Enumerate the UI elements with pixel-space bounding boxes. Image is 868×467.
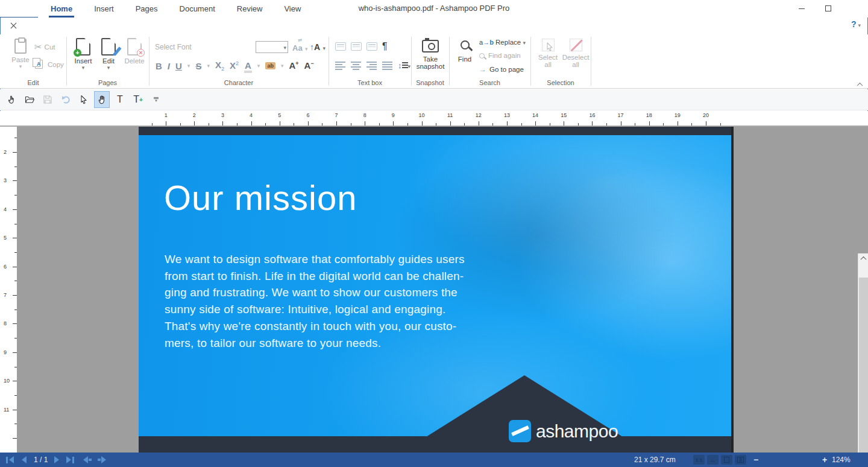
underline-button[interactable]: U xyxy=(175,61,182,71)
find-again-button[interactable]: Find again xyxy=(479,52,521,59)
zoom-out-button[interactable]: − xyxy=(753,453,758,467)
ruler-tick xyxy=(535,121,536,125)
chevron-down-icon[interactable]: ▾ xyxy=(207,63,210,69)
textbox-align-bottom-icon[interactable] xyxy=(366,42,377,51)
last-page-button[interactable] xyxy=(66,453,74,467)
textbox-align-middle-icon[interactable] xyxy=(351,42,362,51)
strikethrough-button[interactable]: S xyxy=(195,61,201,71)
horizontal-ruler: 1234567891011121314151617181920 xyxy=(0,111,868,127)
insert-page-button[interactable]: + Insert ▾ xyxy=(71,38,95,71)
chevron-down-icon[interactable]: ▾ xyxy=(257,63,260,69)
deselect-all-button[interactable]: Deselect all xyxy=(562,39,590,68)
collapse-ribbon-button[interactable] xyxy=(858,83,862,87)
hand-tool-button[interactable] xyxy=(94,91,110,108)
replace-button[interactable]: a→b Replace ▾ xyxy=(479,39,526,46)
edit-page-icon xyxy=(101,38,116,56)
find-button[interactable]: Find xyxy=(453,40,476,63)
delete-page-icon: × xyxy=(127,38,142,56)
align-left-icon[interactable] xyxy=(335,62,345,69)
delete-page-button[interactable]: × Delete xyxy=(122,38,147,65)
go-to-page-button[interactable]: → Go to page xyxy=(479,65,524,74)
align-center-icon[interactable] xyxy=(351,62,361,69)
pdf-page[interactable]: Our mission We want to design software t… xyxy=(139,127,731,453)
close-button[interactable] xyxy=(0,17,27,34)
superscript-button[interactable]: X2 xyxy=(230,60,239,71)
pilcrow-button[interactable]: ¶ xyxy=(382,41,388,52)
character-group-label: Character xyxy=(149,79,329,86)
scrollbar-thumb[interactable] xyxy=(859,278,868,453)
highlight-button[interactable]: ab xyxy=(265,62,275,69)
textbox-row2: ↕▾ xyxy=(335,60,410,71)
previous-view-button[interactable] xyxy=(83,453,92,467)
paste-button[interactable]: Paste ▾ xyxy=(8,39,33,69)
bold-button[interactable]: B xyxy=(156,61,162,71)
text-tool-button[interactable]: T xyxy=(112,91,128,108)
ruler-tick xyxy=(436,123,436,125)
fit-width-button[interactable]: ↔ xyxy=(707,455,719,465)
textbox-align-top-icon[interactable] xyxy=(335,42,346,51)
next-page-button[interactable] xyxy=(54,453,59,467)
edit-page-button[interactable]: Edit ▾ xyxy=(97,38,120,71)
next-view-button[interactable] xyxy=(98,453,106,467)
ruler-tick xyxy=(180,123,181,125)
first-page-button[interactable] xyxy=(6,453,14,467)
ruler-tick xyxy=(13,180,17,181)
select-tool-button[interactable] xyxy=(76,91,92,108)
maximize-button[interactable] xyxy=(815,0,841,17)
tab-home[interactable]: Home xyxy=(42,0,81,17)
minimize-button[interactable] xyxy=(788,0,815,17)
save-file-button[interactable] xyxy=(40,91,55,108)
customize-toolbar-button[interactable]: ▾ xyxy=(148,91,164,108)
ruler-tick xyxy=(720,123,721,125)
add-text-tool-button[interactable]: T+ xyxy=(130,91,146,108)
tab-view[interactable]: View xyxy=(275,0,310,17)
ashampoo-logo-icon xyxy=(509,420,531,442)
zoom-in-button[interactable]: + xyxy=(822,453,827,467)
help-button[interactable]: ?▾ xyxy=(851,19,861,29)
ruler-tick xyxy=(479,121,479,125)
text-direction-button[interactable]: ↑A ▾ xyxy=(310,42,326,52)
help-icon: ? xyxy=(851,19,857,29)
tab-pages[interactable]: Pages xyxy=(127,0,167,17)
single-page-view-button[interactable] xyxy=(721,455,732,465)
subscript-button[interactable]: X2 xyxy=(215,60,224,72)
font-size-combo[interactable]: ▾ xyxy=(256,41,288,53)
font-color-button[interactable]: A xyxy=(244,60,252,71)
chevron-down-icon[interactable]: ▾ xyxy=(187,63,190,69)
italic-button[interactable]: I xyxy=(168,61,170,71)
back-icon xyxy=(83,456,88,463)
scroll-up-button[interactable] xyxy=(858,253,868,264)
ribbon: Paste ▾ ✂ Cut A Copy Edit + Insert ▾ Edi… xyxy=(0,34,868,89)
actual-size-button[interactable]: 1:1 xyxy=(693,455,705,465)
ruler-tick xyxy=(450,121,451,125)
undo-button[interactable] xyxy=(58,91,74,108)
tab-review[interactable]: Review xyxy=(228,0,272,17)
select-all-button[interactable]: Select all xyxy=(535,39,561,68)
shrink-font-button[interactable]: A− xyxy=(304,60,314,71)
maximize-icon xyxy=(825,5,831,11)
deselect-all-icon xyxy=(570,39,582,51)
cut-button[interactable]: ✂ Cut xyxy=(34,42,55,52)
previous-page-button[interactable] xyxy=(22,453,27,467)
open-file-button[interactable] xyxy=(22,91,37,108)
align-right-icon[interactable] xyxy=(366,62,377,69)
two-page-view-button[interactable] xyxy=(735,455,746,465)
ruler-tick xyxy=(621,121,621,125)
chevron-down-icon[interactable]: ▾ xyxy=(281,63,284,69)
pages-group-label: Pages xyxy=(66,79,149,86)
vertical-scrollbar[interactable] xyxy=(858,253,868,453)
ruler-tick xyxy=(14,138,17,138)
floppy-disk-icon xyxy=(43,95,52,104)
line-spacing-button[interactable]: ↕▾ xyxy=(398,60,410,71)
align-justify-icon[interactable] xyxy=(382,62,392,69)
ruler-tick xyxy=(13,295,17,296)
change-case-button[interactable]: ⇄ Aa ▾ xyxy=(292,38,308,53)
search-icon xyxy=(461,40,470,49)
tab-insert[interactable]: Insert xyxy=(85,0,123,17)
click-tool-button[interactable] xyxy=(4,91,19,108)
tab-document[interactable]: Document xyxy=(171,0,224,17)
take-snapshot-button[interactable]: Take snapshot xyxy=(415,40,446,70)
ruler-number: 8 xyxy=(4,320,7,326)
copy-button[interactable]: A Copy xyxy=(35,60,64,69)
grow-font-button[interactable]: A+ xyxy=(289,60,298,71)
